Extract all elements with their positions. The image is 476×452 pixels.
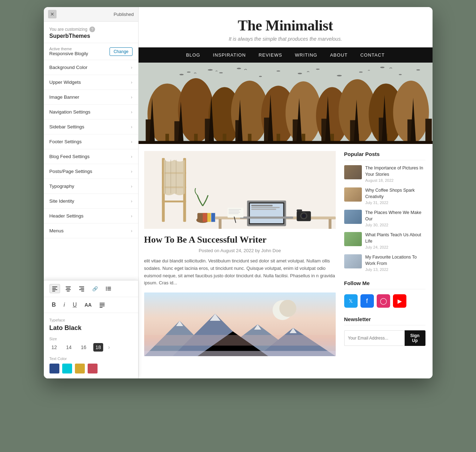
font-size-aa-button[interactable]: AA [82,300,94,309]
color-swatch-0[interactable] [49,364,59,373]
bold-button[interactable]: B [49,300,59,310]
color-swatch-3[interactable] [88,364,98,373]
typeface-name: Lato Black [49,324,133,332]
italic-button[interactable]: i [61,300,67,310]
align-center-button[interactable] [63,284,74,293]
svg-rect-21 [100,307,102,308]
menu-item-image-banner[interactable]: Image Banner› [44,90,138,105]
svg-rect-107 [228,210,239,211]
menu-item-label: Header Settings [49,213,84,219]
published-badge: Published [113,12,134,17]
chevron-right-icon: › [131,139,132,144]
svg-rect-3 [52,291,55,291]
menu-item-label: Menus [49,228,64,233]
social-icon-facebook[interactable]: f [360,294,374,308]
social-icon-youtube[interactable]: ▶ [393,294,406,308]
chevron-right-icon: › [131,94,132,100]
nav-item-about[interactable]: ABOUT [330,52,348,58]
change-theme-button[interactable]: Change [110,47,132,56]
post-item-title: The Importance of Pictures In Your Stori… [365,165,425,178]
menu-item-menus[interactable]: Menus› [44,224,138,238]
help-icon[interactable]: ? [89,27,95,32]
size-more-button[interactable]: › [108,344,110,350]
svg-point-34 [380,67,384,68]
post-image [144,151,336,229]
nav-item-blog[interactable]: BLOG [186,52,200,58]
menu-item-blog-feed-settings[interactable]: Blog Feed Settings› [44,149,138,164]
svg-point-14 [106,288,107,289]
chevron-right-icon: › [131,124,132,129]
newsletter-section: Newsletter Sign Up [344,316,425,346]
svg-rect-9 [81,288,84,289]
svg-point-103 [302,214,305,217]
chevron-right-icon: › [131,198,132,204]
post-thumbnail [344,232,362,246]
close-button[interactable]: ✕ [48,10,57,18]
svg-rect-98 [251,209,276,210]
svg-rect-6 [66,289,71,290]
menu-item-upper-widgets[interactable]: Upper Widgets› [44,75,138,90]
align-right-button[interactable] [76,284,87,293]
popular-post-item[interactable]: The Importance of Pictures In Your Stori… [344,165,425,182]
svg-rect-106 [228,209,241,210]
customizing-info: You are customizing ? SuperbThemes [44,22,138,43]
menu-item-posts-page-settings[interactable]: Posts/Page Settings› [44,164,138,179]
popular-post-item[interactable]: The Places Where We Make Our July 30, 20… [344,210,425,227]
color-swatch-1[interactable] [62,364,72,373]
svg-rect-4 [66,286,71,287]
menu-item-header-settings[interactable]: Header Settings› [44,209,138,224]
svg-point-16 [106,290,107,291]
popular-post-item[interactable]: Why Coffee Shops Spark Creativity July 3… [344,187,425,205]
svg-point-33 [359,71,363,73]
paragraph-button[interactable] [97,300,107,309]
menu-item-footer-settings[interactable]: Footer Settings› [44,134,138,149]
nav-item-reviews[interactable]: REVIEWS [259,52,282,58]
svg-rect-20 [100,306,105,306]
menu-item-background-color[interactable]: Background Color› [44,60,138,75]
menu-item-navigation-settings[interactable]: Navigation Settings› [44,105,138,120]
chevron-right-icon: › [131,184,132,189]
svg-rect-124 [144,335,336,346]
post-item-title: The Places Where We Make Our [365,210,425,222]
newsletter-title: Newsletter [344,316,425,325]
svg-point-12 [106,287,107,288]
menu-item-label: Footer Settings [49,139,82,144]
menu-item-label: Upper Widgets [49,80,81,85]
nav-item-writing[interactable]: WRITING [295,52,317,58]
popular-post-item[interactable]: What Plants Teach Us About Life July 24,… [344,232,425,249]
popular-posts-list: The Importance of Pictures In Your Stori… [344,165,425,272]
size-option-16[interactable]: 16 [79,343,89,352]
popular-post-item[interactable]: My Favourite Locations To Work From July… [344,254,425,272]
newsletter-input[interactable] [344,330,405,346]
menu-item-label: Navigation Settings [49,109,90,115]
color-swatch-2[interactable] [75,364,85,373]
size-option-14[interactable]: 14 [64,343,74,352]
menu-item-site-identity[interactable]: Site Identity› [44,194,138,209]
svg-rect-92 [328,219,331,229]
content-area: How To Be A Successful Writer Posted on … [139,144,433,363]
svg-rect-15 [107,288,111,289]
align-left-button[interactable] [49,284,60,293]
svg-rect-0 [52,286,57,287]
social-icon-twitter[interactable]: 𝕏 [344,294,358,308]
link-button[interactable]: 🔗 [90,284,100,293]
chevron-right-icon: › [131,169,132,174]
blog-preview: The Minimalist It is always the simple t… [139,7,433,378]
svg-point-25 [207,69,212,71]
svg-rect-99 [240,216,293,219]
svg-rect-18 [100,303,105,303]
menu-item-typography[interactable]: Typography› [44,179,138,194]
blog-nav: BLOGINSPIRATIONREVIEWSWRITINGABOUTCONTAC… [139,47,433,63]
menu-item-sidebar-settings[interactable]: Sidebar Settings› [44,120,138,134]
post-excerpt: elit vitae dui blandit sollicitudin. Ves… [144,257,336,287]
nav-item-contact[interactable]: CONTACT [360,52,385,58]
underline-button[interactable]: U [70,300,80,310]
follow-section: Follow Me 𝕏f◯▶ [344,280,425,308]
social-icon-instagram[interactable]: ◯ [377,294,390,308]
newsletter-submit-button[interactable]: Sign Up [405,330,425,346]
svg-point-23 [179,74,183,75]
list-button[interactable] [103,284,114,293]
nav-item-inspiration[interactable]: INSPIRATION [213,52,246,58]
size-option-12[interactable]: 12 [49,343,59,352]
size-option-18[interactable]: 18 [93,343,103,352]
